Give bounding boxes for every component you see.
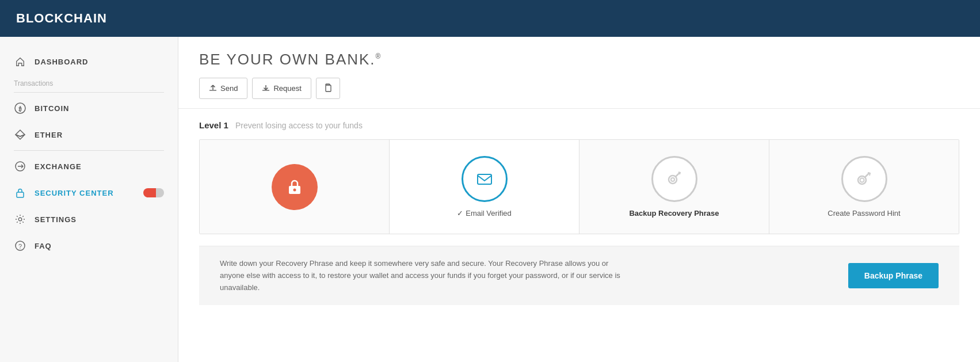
security-section: Level 1 Prevent losing access to your fu… [178,109,980,362]
sidebar-item-dashboard-label: DASHBOARD [35,58,89,66]
backup-description: Write down your Recovery Phrase and keep… [220,258,623,294]
sidebar-item-settings[interactable]: SETTINGS [0,206,178,233]
action-buttons: Send Request [199,78,959,99]
sidebar-item-security-label: SECURITY CENTER [35,189,114,197]
password-hint-icon [841,156,887,202]
svg-rect-9 [326,85,331,92]
svg-point-15 [858,176,866,184]
security-cards: ✓ Email Verified Backup Recover [199,139,959,234]
svg-point-6 [18,218,22,221]
exchange-icon [14,160,26,173]
svg-point-14 [671,178,674,181]
sidebar: DASHBOARD Transactions ₿ BITCOIN ETHE [0,37,178,362]
clipboard-icon [323,83,333,94]
security-card-backup[interactable]: Backup Recovery Phrase [579,140,769,234]
sidebar-item-exchange-label: EXCHANGE [35,162,82,171]
main-layout: DASHBOARD Transactions ₿ BITCOIN ETHE [0,37,980,362]
sidebar-item-security[interactable]: SECURITY CENTER [0,180,178,206]
lock-icon [14,186,26,199]
sidebar-item-faq-label: FAQ [35,242,52,250]
svg-text:₿: ₿ [18,106,22,112]
password-hint-label: Create Password Hint [828,209,900,218]
app-logo: BLOCKCHAIN [16,11,107,26]
sidebar-section-transactions: Transactions [0,75,178,90]
sidebar-divider-1 [14,92,164,93]
sidebar-item-dashboard[interactable]: DASHBOARD [0,48,178,75]
bitcoin-icon: ₿ [14,102,26,115]
svg-rect-5 [17,192,24,197]
check-icon: ✓ [457,209,463,218]
wallet-lock-icon [272,164,318,210]
sidebar-item-settings-label: SETTINGS [35,215,77,224]
svg-text:?: ? [18,243,22,250]
security-card-wallet[interactable] [200,140,390,234]
level-label: Level 1 [199,120,228,130]
email-icon [462,156,508,202]
backup-phrase-button[interactable]: Backup Phrase [848,263,939,288]
security-card-password[interactable]: Create Password Hint [769,140,959,234]
svg-point-13 [669,176,677,184]
send-button[interactable]: Send [199,78,247,99]
main-content: BE YOUR OWN BANK.® Send [178,37,980,362]
sidebar-item-ether-label: ETHER [35,131,63,139]
sidebar-divider-2 [14,150,164,151]
svg-point-16 [860,178,864,182]
sidebar-item-faq[interactable]: ? FAQ [0,233,178,259]
level-desc: Prevent losing access to your funds [235,121,363,130]
bottom-action: Write down your Recovery Phrase and keep… [199,246,959,305]
email-verified-label: ✓ Email Verified [457,209,511,218]
app-header: BLOCKCHAIN [0,0,980,37]
backup-label: Backup Recovery Phrase [629,209,719,218]
sidebar-item-bitcoin-label: BITCOIN [35,104,69,113]
level-header: Level 1 Prevent losing access to your fu… [199,120,959,130]
request-button[interactable]: Request [252,78,311,99]
backup-icon [651,156,697,202]
content-top: BE YOUR OWN BANK.® Send [178,37,980,109]
svg-marker-3 [16,135,25,139]
sidebar-item-bitcoin[interactable]: ₿ BITCOIN [0,95,178,121]
faq-icon: ? [14,239,26,252]
sidebar-item-ether[interactable]: ETHER [0,121,178,148]
send-icon [209,83,217,93]
ether-icon [14,128,26,141]
home-icon [14,55,26,68]
svg-rect-12 [478,174,491,184]
copy-button[interactable] [316,78,340,99]
request-icon [262,83,270,93]
security-card-email[interactable]: ✓ Email Verified [390,140,579,234]
svg-point-11 [293,188,296,191]
security-indicator [143,188,164,197]
sidebar-item-exchange[interactable]: EXCHANGE [0,153,178,180]
page-title: BE YOUR OWN BANK.® [199,51,959,68]
gear-icon [14,213,26,226]
